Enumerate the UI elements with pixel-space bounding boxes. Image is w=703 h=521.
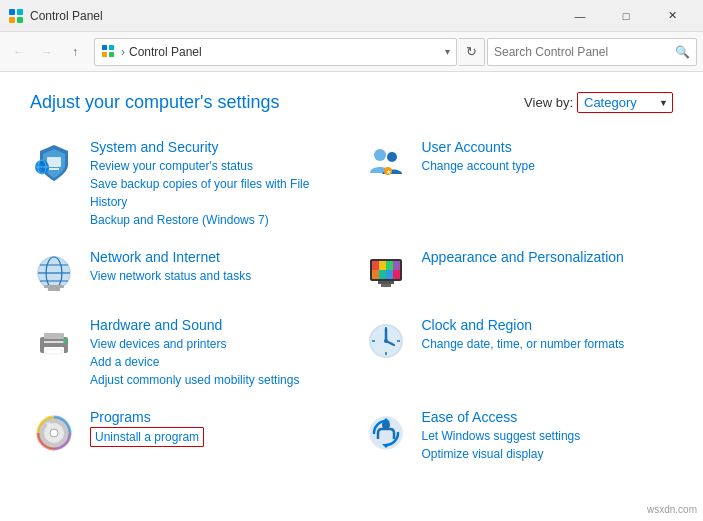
programs-icon xyxy=(30,409,78,457)
svg-rect-3 xyxy=(17,17,23,23)
titlebar-icon xyxy=(8,8,24,24)
hardware-link-2[interactable]: Add a device xyxy=(90,353,342,371)
appearance-content: Appearance and Personalization xyxy=(422,249,674,267)
category-system-security: System and Security Review your computer… xyxy=(30,133,342,235)
close-button[interactable]: ✕ xyxy=(649,0,695,32)
user-accounts-icon: ★ xyxy=(362,139,410,187)
system-security-title[interactable]: System and Security xyxy=(90,139,342,155)
view-by-label: View by: xyxy=(524,95,573,110)
clock-region-content: Clock and Region Change date, time, or n… xyxy=(422,317,674,353)
category-appearance: Appearance and Personalization xyxy=(362,243,674,303)
maximize-button[interactable]: □ xyxy=(603,0,649,32)
svg-rect-39 xyxy=(44,341,64,343)
svg-rect-40 xyxy=(46,349,62,354)
user-accounts-content: User Accounts Change account type xyxy=(422,139,674,175)
svg-rect-9 xyxy=(49,168,59,170)
appearance-icon xyxy=(362,249,410,297)
network-link-1[interactable]: View network status and tasks xyxy=(90,267,342,285)
address-separator: › xyxy=(121,45,125,59)
system-security-icon xyxy=(30,139,78,187)
refresh-button[interactable]: ↻ xyxy=(459,38,485,66)
programs-title[interactable]: Programs xyxy=(90,409,342,425)
svg-rect-34 xyxy=(378,281,394,284)
page-title: Adjust your computer's settings xyxy=(30,92,280,113)
category-clock-region: Clock and Region Change date, time, or n… xyxy=(362,311,674,395)
svg-rect-2 xyxy=(9,17,15,23)
category-programs: Programs Uninstall a program xyxy=(30,403,342,469)
watermark: wsxdn.com xyxy=(647,504,697,515)
user-accounts-link-1[interactable]: Change account type xyxy=(422,157,674,175)
svg-point-52 xyxy=(50,429,58,437)
category-hardware-sound: Hardware and Sound View devices and prin… xyxy=(30,311,342,395)
svg-rect-32 xyxy=(386,270,393,279)
svg-rect-23 xyxy=(48,288,60,291)
programs-link-uninstall[interactable]: Uninstall a program xyxy=(90,427,204,447)
view-by-dropdown[interactable]: Category Large icons Small icons xyxy=(578,93,672,112)
network-internet-icon xyxy=(30,249,78,297)
svg-rect-0 xyxy=(9,9,15,15)
search-box[interactable]: 🔍 xyxy=(487,38,697,66)
svg-text:★: ★ xyxy=(385,169,390,175)
titlebar-title: Control Panel xyxy=(30,9,557,23)
system-security-link-2[interactable]: Save backup copies of your files with Fi… xyxy=(90,175,342,211)
svg-rect-28 xyxy=(386,261,393,270)
ease-of-access-content: Ease of Access Let Windows suggest setti… xyxy=(422,409,674,463)
hardware-content: Hardware and Sound View devices and prin… xyxy=(90,317,342,389)
svg-rect-6 xyxy=(102,52,107,57)
address-panel-icon xyxy=(101,44,117,60)
svg-rect-30 xyxy=(372,270,379,279)
search-icon[interactable]: 🔍 xyxy=(675,45,690,59)
category-network-internet: Network and Internet View network status… xyxy=(30,243,342,303)
clock-region-link-1[interactable]: Change date, time, or number formats xyxy=(422,335,674,353)
system-security-content: System and Security Review your computer… xyxy=(90,139,342,229)
main-content: Adjust your computer's settings View by:… xyxy=(0,72,703,489)
clock-region-icon xyxy=(362,317,410,365)
clock-region-title[interactable]: Clock and Region xyxy=(422,317,674,333)
network-content: Network and Internet View network status… xyxy=(90,249,342,285)
system-security-link-1[interactable]: Review your computer's status xyxy=(90,157,342,175)
category-user-accounts: ★ User Accounts Change account type xyxy=(362,133,674,235)
titlebar: Control Panel — □ ✕ xyxy=(0,0,703,32)
hardware-link-1[interactable]: View devices and printers xyxy=(90,335,342,353)
programs-content: Programs Uninstall a program xyxy=(90,409,342,447)
appearance-title[interactable]: Appearance and Personalization xyxy=(422,249,674,265)
svg-rect-33 xyxy=(393,270,400,279)
svg-rect-7 xyxy=(109,52,114,57)
svg-rect-8 xyxy=(47,157,61,167)
ease-of-access-title[interactable]: Ease of Access xyxy=(422,409,674,425)
svg-rect-27 xyxy=(379,261,386,270)
user-accounts-title[interactable]: User Accounts xyxy=(422,139,674,155)
titlebar-controls: — □ ✕ xyxy=(557,0,695,32)
ease-of-access-link-1[interactable]: Let Windows suggest settings xyxy=(422,427,674,445)
category-ease-of-access: Ease of Access Let Windows suggest setti… xyxy=(362,403,674,469)
header-row: Adjust your computer's settings View by:… xyxy=(30,92,673,113)
minimize-button[interactable]: — xyxy=(557,0,603,32)
svg-rect-31 xyxy=(379,270,386,279)
ease-of-access-icon xyxy=(362,409,410,457)
svg-rect-37 xyxy=(44,333,64,339)
svg-rect-4 xyxy=(102,45,107,50)
svg-rect-1 xyxy=(17,9,23,15)
svg-rect-5 xyxy=(109,45,114,50)
up-button[interactable]: ↑ xyxy=(62,39,88,65)
svg-point-14 xyxy=(387,152,397,162)
hardware-link-3[interactable]: Adjust commonly used mobility settings xyxy=(90,371,342,389)
categories-grid: System and Security Review your computer… xyxy=(30,133,673,469)
svg-rect-22 xyxy=(44,285,64,288)
forward-button[interactable]: → xyxy=(34,39,60,65)
svg-rect-29 xyxy=(393,261,400,270)
hardware-title[interactable]: Hardware and Sound xyxy=(90,317,342,333)
ease-of-access-link-2[interactable]: Optimize visual display xyxy=(422,445,674,463)
back-button[interactable]: ← xyxy=(6,39,32,65)
system-security-link-3[interactable]: Backup and Restore (Windows 7) xyxy=(90,211,342,229)
hardware-sound-icon xyxy=(30,317,78,365)
address-text: Control Panel xyxy=(129,45,441,59)
network-title[interactable]: Network and Internet xyxy=(90,249,342,265)
svg-rect-26 xyxy=(372,261,379,270)
addressbar: ← → ↑ › Control Panel ▾ ↻ 🔍 xyxy=(0,32,703,72)
address-box[interactable]: › Control Panel ▾ xyxy=(94,38,457,66)
search-input[interactable] xyxy=(494,45,675,59)
address-dropdown-arrow[interactable]: ▾ xyxy=(445,46,450,57)
view-by-wrapper[interactable]: Category Large icons Small icons xyxy=(577,92,673,113)
svg-point-13 xyxy=(374,149,386,161)
